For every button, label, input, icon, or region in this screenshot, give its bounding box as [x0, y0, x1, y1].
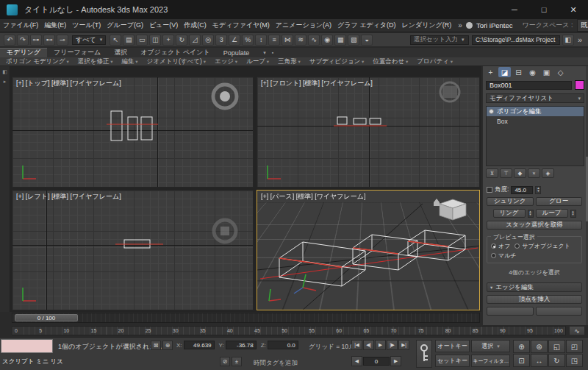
viewport-front[interactable]: [+] [フロント] [標準] [ワイヤフレーム] — [257, 77, 480, 188]
remove-modifier-icon[interactable]: × — [528, 168, 540, 178]
ribbon-group-button[interactable]: サブディビジョン — [305, 57, 369, 66]
ribbon-pin-icon[interactable]: ▪ — [269, 50, 276, 55]
ring-spinner[interactable] — [528, 210, 534, 218]
viewport-label[interactable]: [+] [トップ] [標準] [ワイヤフレーム] — [16, 79, 121, 88]
ribbon-show-full-icon[interactable]: ▾ — [260, 50, 269, 56]
ribbon-group-button[interactable]: 位置合わせ — [368, 57, 412, 66]
next-frame-button[interactable]: ▶ — [390, 356, 401, 366]
ribbon-group-button[interactable]: ジオメトリ(すべて) — [143, 57, 210, 66]
viewport-top[interactable]: [+] [トップ] [標準] [ワイヤフレーム] — [12, 77, 254, 188]
loop-button[interactable]: ループ — [536, 209, 568, 218]
render-setup-icon[interactable]: ▦ — [334, 35, 346, 46]
edit-edges-button[interactable] — [536, 307, 583, 316]
viewcube[interactable] — [434, 199, 466, 220]
go-to-end-icon[interactable]: ▶| — [398, 340, 409, 350]
render-production-icon[interactable]: ◒ — [361, 35, 373, 46]
ribbon-tab[interactable]: オブジェクト ペイント — [134, 48, 217, 57]
angle-value-field[interactable]: 45.0 — [511, 186, 533, 194]
front-viewport-canvas[interactable] — [257, 77, 480, 188]
insert-vertex-button[interactable]: 頂点を挿入 — [487, 295, 582, 304]
preview-selection-radio[interactable]: サブオブジェクト — [514, 242, 570, 250]
ribbon-group-button[interactable]: 編集 — [118, 57, 143, 66]
hierarchy-tab-icon[interactable]: ⊟ — [512, 67, 525, 77]
ribbon-group-button[interactable]: 選択を修正 — [74, 57, 118, 66]
named-selection-sets-field[interactable]: 選択セット入力 — [410, 35, 469, 45]
workspace-selector[interactable]: 既定値 — [577, 19, 588, 32]
snap-toggle-3d-icon[interactable]: 3 — [215, 35, 227, 46]
preview-selection-radio[interactable]: マルチ — [491, 252, 517, 260]
ribbon-tab[interactable]: モデリング — [0, 48, 47, 57]
isolate-selection-icon[interactable]: ⊘ — [220, 357, 230, 366]
navigation-gizmo[interactable] — [213, 85, 237, 108]
set-keys-button[interactable] — [416, 340, 432, 368]
ring-button[interactable]: リング — [493, 209, 526, 218]
play-icon[interactable]: ▶ — [375, 340, 386, 350]
ribbon-group-button[interactable]: プロパティ — [412, 57, 457, 66]
previous-key-icon[interactable]: ◀| — [363, 340, 374, 350]
maximize-button[interactable]: □ — [529, 0, 559, 19]
edit-edges-rollout-header[interactable]: エッジを編集 — [487, 282, 582, 292]
modifier-visibility-icon[interactable] — [489, 109, 494, 114]
menu-item[interactable]: ツール(T) — [69, 21, 104, 30]
modify-tab-icon[interactable]: ◪ — [498, 67, 511, 77]
navigation-gizmo[interactable] — [440, 82, 459, 102]
offset-mode-icon[interactable]: ± — [232, 357, 242, 366]
select-and-link-icon[interactable]: ⊶ — [30, 35, 42, 46]
unlink-selection-icon[interactable]: ⊷ — [43, 35, 55, 46]
app-icon[interactable] — [7, 4, 18, 15]
set-key-button[interactable]: セットキー — [435, 355, 470, 367]
viewport-label[interactable]: [+] [フロント] [標準] [ワイヤフレーム] — [261, 79, 373, 88]
toolbar-overflow-chevron[interactable]: » — [578, 35, 582, 44]
menu-item[interactable]: 編集(E) — [41, 21, 69, 30]
mini-listener-label[interactable]: スクリプト ミニ リス — [2, 357, 63, 366]
ribbon-group-button[interactable]: 三角形 — [273, 57, 305, 66]
viewport-layout-arrow-icon[interactable]: ▸ — [4, 79, 7, 85]
pan-view-icon[interactable]: ↔ — [531, 354, 548, 367]
navigation-gizmo[interactable] — [214, 220, 236, 242]
select-and-move-icon[interactable]: + — [162, 35, 174, 46]
key-filters-button[interactable]: キーフィルタ... — [471, 355, 510, 367]
modifier-list-dropdown[interactable]: モディファイヤリスト — [486, 93, 584, 103]
next-key-icon[interactable]: |▶ — [387, 340, 398, 350]
open-mini-curve-editor-button[interactable]: ∿ — [569, 326, 585, 335]
motion-tab-icon[interactable]: ◉ — [526, 67, 539, 77]
ribbon-group-button[interactable]: エッジ — [210, 57, 242, 66]
auto-key-button[interactable]: オートキー — [435, 340, 470, 352]
signed-in-user[interactable]: Tori iPentec — [476, 21, 513, 29]
zoom-icon[interactable]: ⊕ — [513, 340, 530, 353]
selection-lock-icon[interactable]: ⊠ — [151, 341, 161, 350]
display-tab-icon[interactable]: ▣ — [540, 67, 553, 77]
menu-item[interactable]: グループ(G) — [104, 21, 146, 30]
by-angle-checkbox[interactable] — [487, 187, 492, 193]
ribbon-tab[interactable]: 選択 — [107, 48, 134, 57]
viewport-layout-tabs-icon[interactable]: ◧ — [2, 69, 7, 75]
viewport-layout-icon[interactable]: ◧ — [562, 35, 574, 46]
select-object-icon[interactable]: ↖ — [110, 35, 121, 46]
edit-edges-button[interactable] — [487, 307, 534, 316]
minimize-button[interactable]: ─ — [500, 0, 529, 19]
percent-snap-toggle-icon[interactable]: % — [242, 35, 254, 46]
menu-item[interactable]: ビュー(V) — [146, 21, 181, 30]
object-name-field[interactable]: Box001 — [486, 81, 572, 90]
preview-selection-radio[interactable]: オフ — [491, 242, 510, 250]
create-tab-icon[interactable]: + — [484, 67, 497, 77]
maximize-viewport-toggle-icon[interactable]: ◳ — [566, 354, 583, 367]
coordinate-z-field[interactable]: 0.0 — [268, 341, 298, 349]
track-bar[interactable]: 0510152025303540455055606570758085909510… — [12, 326, 566, 335]
edit-named-selection-sets-icon[interactable]: ≡ — [268, 35, 280, 46]
ribbon-tab[interactable]: フリーフォーム — [47, 48, 107, 57]
viewport-perspective-active[interactable]: [+] [パース] [標準] [ワイヤフレーム] — [257, 190, 480, 310]
rectangular-selection-region-icon[interactable]: ▭ — [136, 35, 148, 46]
use-pivot-point-center-icon[interactable]: ◎ — [202, 35, 214, 46]
object-color-swatch[interactable] — [575, 80, 584, 90]
coordinate-x-field[interactable]: 49.639 — [184, 341, 215, 349]
selection-filter-dropdown[interactable]: すべて — [72, 35, 106, 45]
project-folder-field[interactable]: C:\Storage\P...dsMax Project — [472, 35, 560, 45]
zoom-extents-all-icon[interactable]: ◰ — [566, 340, 583, 353]
spinner-snap-toggle-icon[interactable]: ↕ — [255, 35, 267, 46]
bind-to-space-warp-icon[interactable]: ⊸ — [57, 35, 68, 46]
menu-item[interactable]: ファイル(F) — [0, 21, 41, 30]
orbit-icon[interactable]: ↻ — [548, 354, 565, 367]
modifier-stack-item[interactable]: Box — [487, 116, 584, 126]
left-viewport-canvas[interactable] — [12, 191, 254, 310]
